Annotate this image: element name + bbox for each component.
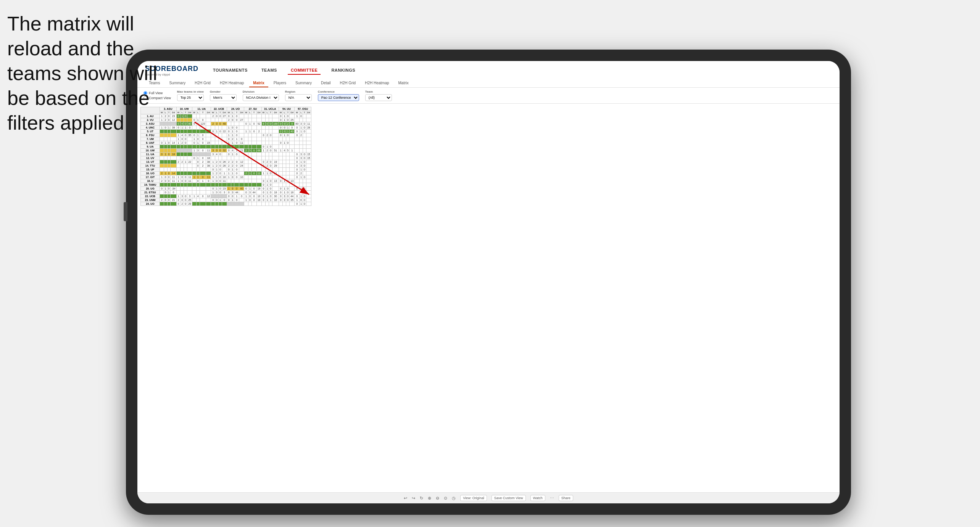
nav-committee[interactable]: COMMITTEE bbox=[288, 66, 321, 75]
tablet-device: SCOREBOARD Powered by clippd TOURNAMENTS… bbox=[126, 50, 851, 515]
annotation-text: The matrix will reload and the teams sho… bbox=[7, 11, 168, 135]
timer-icon[interactable]: ◷ bbox=[452, 496, 456, 501]
header-top: SCOREBOARD Powered by clippd TOURNAMENTS… bbox=[145, 65, 832, 79]
col-27-su: 27. SU bbox=[244, 107, 261, 111]
division-select[interactable]: NCAA Division I bbox=[243, 94, 279, 101]
tablet-side-button bbox=[124, 202, 127, 221]
region-filter: Region N/A bbox=[285, 90, 312, 101]
subnav-h2h-heatmap2[interactable]: H2H Heatmap bbox=[361, 79, 393, 87]
reset-icon[interactable]: ⊙ bbox=[444, 496, 447, 501]
subnav-matrix2[interactable]: Matrix bbox=[395, 79, 413, 87]
subnav-h2h-heatmap[interactable]: H2H Heatmap bbox=[216, 79, 248, 87]
region-select[interactable]: N/A bbox=[285, 94, 312, 101]
team-label: Team bbox=[365, 90, 392, 93]
table-row: 12. UV 01018 03015 bbox=[141, 156, 311, 160]
gender-select[interactable]: Men's bbox=[210, 94, 237, 101]
main-nav: TOURNAMENTS TEAMS COMMITTEE RANKINGS bbox=[210, 66, 358, 75]
nav-teams[interactable]: TEAMS bbox=[258, 66, 280, 75]
table-row: 23. UNM 20021 20025 0010 010 10010 01110… bbox=[141, 198, 311, 202]
table-row: 11. UA 01018 340 010 03015 bbox=[141, 153, 311, 156]
col-31-ucla: 31. UCLA bbox=[261, 107, 279, 111]
gender-label: Gender bbox=[210, 90, 237, 93]
col-54-uu: 54. UU bbox=[279, 107, 294, 111]
table-row: 8. UAF 01014 120 01015 11011 010 bbox=[141, 141, 311, 145]
nav-rankings[interactable]: RANKINGS bbox=[328, 66, 358, 75]
division-label: Division bbox=[243, 90, 279, 93]
team-select[interactable]: (All) bbox=[365, 94, 392, 101]
table-row: 9. UA 010 bbox=[141, 145, 311, 149]
table-row: 7. UM 100 100 0210 bbox=[141, 137, 311, 141]
conference-filter: Conference Pac-12 Conference bbox=[318, 90, 359, 101]
col-24-uo: 24. UO bbox=[227, 107, 244, 111]
subnav-matrix[interactable]: Matrix bbox=[249, 79, 268, 87]
table-row: 13. UT 22122 0238 12026 22012 02019 010 bbox=[141, 160, 311, 164]
table-row: 10. UW 13011 30032 04172 25066 12051 145… bbox=[141, 149, 311, 153]
table-row: 14. TTU 0238 12026 22024 02029 030 bbox=[141, 164, 311, 168]
table-row: 22. UCB 1303 14012 0010 10010 01030 0304… bbox=[141, 194, 311, 198]
filter-bar: Full View Compact View Max teams in view… bbox=[137, 88, 840, 104]
redo-icon[interactable]: ↪ bbox=[412, 496, 415, 501]
tablet-screen: SCOREBOARD Powered by clippd TOURNAMENTS… bbox=[137, 61, 840, 503]
matrix-container[interactable]: 3. ASU 10. UW 11. UA 22. UCB 24. UO 27. … bbox=[137, 104, 840, 492]
table-row: 17. GIT 10011 10011 11011 01010 10010 01… bbox=[141, 175, 311, 179]
table-row: 21. ETSU 010 1303 0344 0344 01018 01018 bbox=[141, 191, 311, 194]
table-row: 20. UG 010-34 01023 10040 01019 010 010 … bbox=[141, 187, 311, 191]
col-22-ucb: 22. UCB bbox=[211, 107, 227, 111]
zoom-in-icon[interactable]: ⊕ bbox=[428, 496, 431, 501]
bottom-toolbar: ↩ ↪ ↻ ⊕ ⊖ ⊙ ◷ View: Original Save Custom… bbox=[137, 492, 840, 503]
team-filter: Team (All) bbox=[365, 90, 392, 101]
watch-button[interactable]: Watch bbox=[530, 495, 545, 501]
gender-filter: Gender Men's bbox=[210, 90, 237, 101]
app-container: SCOREBOARD Powered by clippd TOURNAMENTS… bbox=[137, 61, 840, 503]
division-filter: Division NCAA Division I bbox=[243, 90, 279, 101]
col-57-osu: 57. OSU bbox=[295, 107, 311, 111]
zoom-out-icon[interactable]: ⊖ bbox=[436, 496, 439, 501]
view-original-button[interactable]: View: Original bbox=[460, 495, 487, 501]
save-custom-button[interactable]: Save Custom View bbox=[492, 495, 526, 501]
subnav-h2h-grid2[interactable]: H2H Grid bbox=[336, 79, 359, 87]
table-row: 15. UF 010 010 010 bbox=[141, 168, 311, 172]
nav-tournaments[interactable]: TOURNAMENTS bbox=[210, 66, 251, 75]
app-header: SCOREBOARD Powered by clippd TOURNAMENTS… bbox=[137, 61, 840, 88]
conference-label: Conference bbox=[318, 90, 359, 93]
sub-nav: Teams Summary H2H Grid H2H Heatmap Matri… bbox=[145, 79, 832, 87]
share-button[interactable]: Share bbox=[559, 495, 573, 501]
conference-select[interactable]: Pac-12 Conference bbox=[318, 94, 359, 101]
table-row: 16. UO 21014 1201 110 21011 11011 02 bbox=[141, 172, 311, 175]
refresh-icon[interactable]: ↻ bbox=[420, 496, 423, 501]
max-teams-select[interactable]: Top 25 bbox=[177, 94, 204, 101]
subnav-h2h-grid[interactable]: H2H Grid bbox=[191, 79, 214, 87]
subnav-detail[interactable]: Detail bbox=[317, 79, 335, 87]
col-11-ua: 11. UA bbox=[192, 107, 211, 111]
table-row: 18. U 20011 10011 010 10011 01013 01013 bbox=[141, 179, 311, 183]
subnav-summary2[interactable]: Summary bbox=[292, 79, 316, 87]
share-options-icon[interactable]: ⋯ bbox=[550, 496, 554, 501]
col-10-uw: 10. UW bbox=[176, 107, 192, 111]
max-teams-filter: Max teams in view Top 25 bbox=[177, 90, 204, 101]
subnav-summary[interactable]: Summary bbox=[165, 79, 189, 87]
table-row: 19. TAMU 010 bbox=[141, 183, 311, 187]
undo-icon[interactable]: ↩ bbox=[404, 496, 407, 501]
region-label: Region bbox=[285, 90, 312, 93]
table-row: 24. UO 02029 010 bbox=[141, 202, 311, 206]
subnav-players[interactable]: Players bbox=[270, 79, 290, 87]
max-teams-label: Max teams in view bbox=[177, 90, 204, 93]
